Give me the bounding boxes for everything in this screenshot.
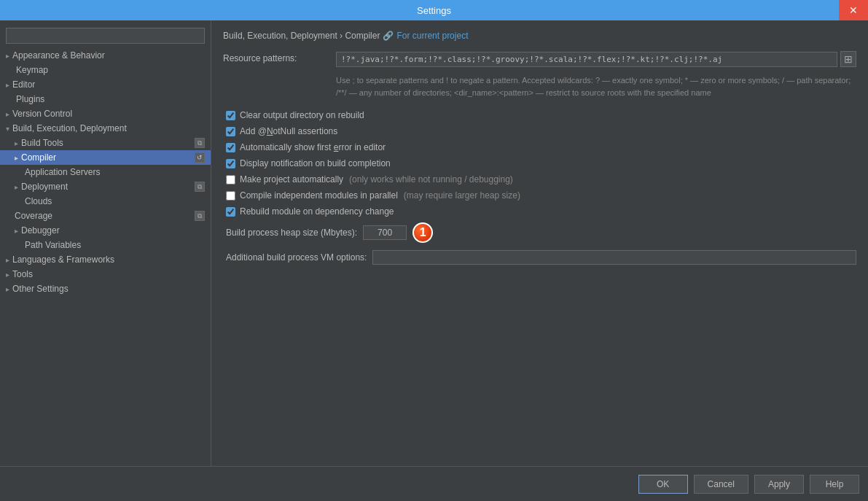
show-first-error-label: Automatically show first error in editor	[240, 142, 386, 152]
close-button[interactable]: ✕	[839, 0, 868, 20]
sidebar-item-build-tools[interactable]: ▸ Build Tools ⧉	[0, 136, 211, 150]
sidebar-item-clouds[interactable]: Clouds	[0, 194, 211, 209]
resource-input-wrapper: ⊞	[336, 51, 856, 67]
sidebar-item-icons: ⧉	[195, 211, 205, 221]
sidebar-item-coverage[interactable]: Coverage ⧉	[0, 209, 211, 223]
checkbox-clear-output: Clear output directory on rebuild	[223, 110, 856, 120]
checkbox-rebuild-module: Rebuild module on dependency change	[223, 206, 856, 217]
sidebar-item-appearance-behavior[interactable]: ▸ Appearance & Behavior	[0, 48, 211, 63]
sidebar-item-languages-frameworks[interactable]: ▸ Languages & Frameworks	[0, 252, 211, 267]
arrow-icon: ▸	[6, 110, 9, 118]
sidebar-item-compiler[interactable]: ▸ Compiler ↺	[0, 150, 211, 165]
sidebar-item-label: Editor	[12, 79, 35, 90]
sidebar-item-label: Appearance & Behavior	[12, 50, 105, 61]
arrow-icon: ▸	[6, 81, 9, 89]
vm-options-label: Additional build process VM options:	[226, 252, 367, 263]
sidebar-item-keymap[interactable]: Keymap	[0, 63, 211, 77]
sidebar-item-icons: ⧉	[195, 182, 205, 192]
resource-patterns-row: Resource patterns: ⊞	[223, 51, 856, 67]
heap-size-label: Build process heap size (Mbytes):	[226, 228, 357, 238]
project-link[interactable]: For current project	[396, 31, 468, 41]
sidebar-item-editor[interactable]: ▸ Editor	[0, 77, 211, 92]
arrow-icon: ▸	[15, 154, 18, 162]
arrow-icon: ▸	[15, 139, 18, 147]
make-automatically-label: Make project automatically	[240, 174, 343, 185]
vm-options-input[interactable]	[372, 250, 856, 265]
sidebar-item-tools[interactable]: ▸ Tools	[0, 267, 211, 281]
display-notification-label: Display notification on build completion	[240, 158, 391, 168]
ok-button[interactable]: OK	[638, 475, 688, 494]
sidebar-item-label: Clouds	[25, 196, 52, 206]
sidebar-item-label: Compiler	[21, 152, 56, 163]
sidebar-item-icons: ↺	[195, 152, 205, 163]
window-title: Settings	[417, 5, 451, 16]
checkbox-show-first-error: Automatically show first error in editor	[223, 142, 856, 152]
sidebar-item-label: Coverage	[15, 211, 52, 221]
add-notnull-label: Add @NotNull assertions	[240, 126, 337, 136]
arrow-icon: ▾	[6, 125, 9, 133]
add-notnull-checkbox[interactable]	[226, 127, 235, 136]
checkbox-make-automatically: Make project automatically (only works w…	[223, 174, 856, 185]
rebuild-module-label: Rebuild module on dependency change	[240, 206, 394, 217]
arrow-icon: ▸	[15, 227, 18, 235]
sidebar-item-label: Version Control	[12, 109, 72, 119]
sidebar-item-label: Other Settings	[12, 284, 69, 294]
make-automatically-checkbox[interactable]	[226, 175, 235, 185]
sidebar-item-label: Languages & Frameworks	[12, 255, 114, 265]
arrow-icon: ▸	[6, 271, 9, 279]
sidebar-item-deployment[interactable]: ▸ Deployment ⧉	[0, 179, 211, 194]
apply-button[interactable]: Apply	[754, 475, 804, 494]
display-notification-checkbox[interactable]	[226, 159, 235, 168]
sidebar: ▸ Appearance & Behavior Keymap ▸ Editor …	[0, 20, 211, 466]
sidebar-item-build-execution-deployment[interactable]: ▾ Build, Execution, Deployment	[0, 121, 211, 136]
search-box	[0, 23, 211, 48]
clear-output-checkbox[interactable]	[226, 111, 235, 120]
sidebar-item-plugins[interactable]: Plugins	[0, 92, 211, 106]
title-bar: Settings ✕	[0, 0, 868, 20]
sidebar-item-path-variables[interactable]: Path Variables	[0, 238, 211, 252]
sidebar-item-application-servers[interactable]: Application Servers	[0, 165, 211, 179]
make-automatically-note: (only works while not running / debuggin…	[349, 174, 513, 185]
reset-icon[interactable]: ↺	[195, 152, 205, 163]
badge-1: 1	[413, 222, 433, 243]
link-icon: 🔗	[383, 31, 394, 41]
sidebar-item-version-control[interactable]: ▸ Version Control	[0, 106, 211, 121]
copy-icon[interactable]: ⧉	[195, 138, 205, 148]
sidebar-item-label: Path Variables	[25, 240, 81, 250]
sidebar-item-debugger[interactable]: ▸ Debugger	[0, 223, 211, 238]
sidebar-item-label: Tools	[12, 269, 33, 279]
copy-icon[interactable]: ⧉	[195, 182, 205, 192]
arrow-icon: ▸	[15, 183, 18, 191]
heap-size-row: Build process heap size (Mbytes): 1	[223, 222, 856, 243]
show-first-error-checkbox[interactable]	[226, 143, 235, 152]
help-button[interactable]: Help	[810, 475, 859, 494]
search-input[interactable]	[6, 28, 205, 44]
sidebar-item-label: Build, Execution, Deployment	[12, 123, 127, 133]
sidebar-item-label: Plugins	[16, 94, 44, 104]
arrow-icon: ▸	[6, 285, 9, 293]
sidebar-item-label: Deployment	[21, 182, 68, 192]
rebuild-module-checkbox[interactable]	[226, 207, 235, 217]
bottom-bar: OK Cancel Apply Help	[0, 466, 868, 501]
resource-patterns-input[interactable]	[336, 52, 837, 67]
sidebar-item-label: Build Tools	[21, 138, 63, 148]
breadcrumb-path: Build, Execution, Deployment › Compiler	[223, 31, 380, 41]
sidebar-item-label: Debugger	[21, 225, 60, 236]
resource-patterns-label: Resource patterns:	[223, 51, 336, 63]
arrow-icon: ▸	[6, 52, 9, 60]
vm-options-row: Additional build process VM options:	[223, 250, 856, 265]
sidebar-item-icons: ⧉	[195, 138, 205, 148]
sidebar-item-other-settings[interactable]: ▸ Other Settings	[0, 281, 211, 296]
checkbox-compile-parallel: Compile independent modules in parallel …	[223, 190, 856, 201]
compile-parallel-label: Compile independent modules in parallel	[240, 190, 398, 201]
checkbox-display-notification: Display notification on build completion	[223, 158, 856, 168]
expand-button[interactable]: ⊞	[840, 51, 856, 67]
copy-icon[interactable]: ⧉	[195, 211, 205, 221]
cancel-button[interactable]: Cancel	[694, 475, 748, 494]
heap-size-input[interactable]	[363, 225, 407, 240]
compile-parallel-checkbox[interactable]	[226, 191, 235, 201]
clear-output-label: Clear output directory on rebuild	[240, 110, 364, 120]
arrow-icon: ▸	[6, 256, 9, 264]
sidebar-item-label: Application Servers	[25, 167, 100, 177]
checkbox-add-notnull: Add @NotNull assertions	[223, 126, 856, 136]
